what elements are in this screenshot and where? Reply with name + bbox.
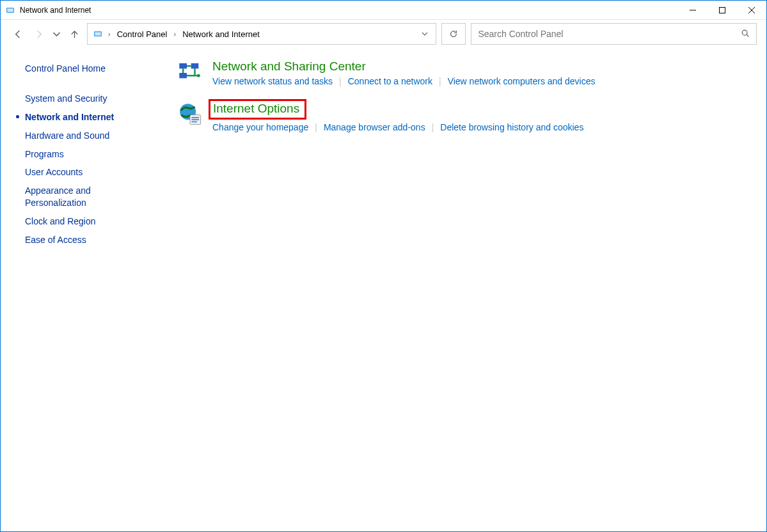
divider: | [315,122,317,132]
navbar: › Control Panel › Network and Internet [1,20,766,48]
back-button[interactable] [10,26,26,42]
chevron-right-icon: › [107,30,112,38]
chevron-right-icon: › [172,30,177,38]
breadcrumb-item[interactable]: Control Panel [115,29,170,39]
section-title-link[interactable]: Network and Sharing Center [212,59,366,74]
svg-point-9 [197,74,200,77]
svg-rect-1 [7,8,13,12]
internet-options-icon [177,100,203,127]
svg-rect-8 [179,73,187,78]
svg-rect-13 [192,119,200,120]
sidebar-item-hardware-sound[interactable]: Hardware and Sound [25,127,156,145]
sidebar-home[interactable]: Control Panel Home [25,59,156,78]
divider: | [432,122,434,132]
recent-dropdown[interactable] [51,26,61,42]
divider: | [339,76,342,86]
svg-rect-14 [192,121,197,123]
window-frame: Network and Internet [0,0,767,532]
sidebar-item-appearance[interactable]: Appearance and Personalization [25,182,121,212]
address-dropdown[interactable] [418,24,432,44]
sidebar-item-ease-access[interactable]: Ease of Access [25,231,156,249]
sidebar: Control Panel Home System and Security N… [12,59,156,531]
divider: | [439,76,441,86]
sublink[interactable]: View network status and tasks [212,76,333,86]
sidebar-item-system-security[interactable]: System and Security [25,90,156,108]
svg-rect-7 [191,63,199,68]
sublink[interactable]: Manage browser add-ons [324,122,425,132]
svg-rect-4 [95,32,100,35]
section-internet-options: Internet Options Change your homepage | … [177,100,755,132]
sidebar-item-network-internet[interactable]: Network and Internet [25,108,156,127]
section-network-sharing: Network and Sharing Center View network … [177,59,755,86]
network-sharing-icon [177,59,203,86]
sublink[interactable]: Delete browsing history and cookies [440,122,583,132]
address-icon [91,27,104,40]
breadcrumb-item[interactable]: Network and Internet [180,29,262,39]
section-title-link-highlighted[interactable]: Internet Options [209,99,306,120]
section-sublinks: Change your homepage | Manage browser ad… [212,122,755,132]
titlebar: Network and Internet [1,1,766,20]
sublink[interactable]: View network computers and devices [448,76,596,86]
maximize-button[interactable] [708,1,737,20]
body: Control Panel Home System and Security N… [1,48,766,531]
svg-point-5 [742,30,747,35]
svg-rect-12 [192,117,200,118]
sidebar-item-clock-region[interactable]: Clock and Region [25,212,156,231]
section-sublinks: View network status and tasks | Connect … [212,76,755,86]
refresh-button[interactable] [441,23,466,45]
search-bar[interactable] [471,23,757,45]
sublink[interactable]: Change your homepage [212,122,308,132]
svg-rect-6 [179,63,187,68]
svg-rect-2 [720,7,725,13]
search-input[interactable] [478,29,741,39]
window-title: Network and Internet [20,6,91,15]
minimize-button[interactable] [678,1,708,20]
close-button[interactable] [737,1,766,20]
sublink[interactable]: Connect to a network [348,76,432,86]
control-panel-icon [4,4,16,16]
sidebar-item-programs[interactable]: Programs [25,145,156,164]
up-button[interactable] [67,26,82,42]
address-bar[interactable]: › Control Panel › Network and Internet [87,23,436,45]
main-content: Network and Sharing Center View network … [156,59,755,531]
forward-button[interactable] [31,26,46,42]
sidebar-item-user-accounts[interactable]: User Accounts [25,163,156,182]
search-icon [741,29,750,40]
